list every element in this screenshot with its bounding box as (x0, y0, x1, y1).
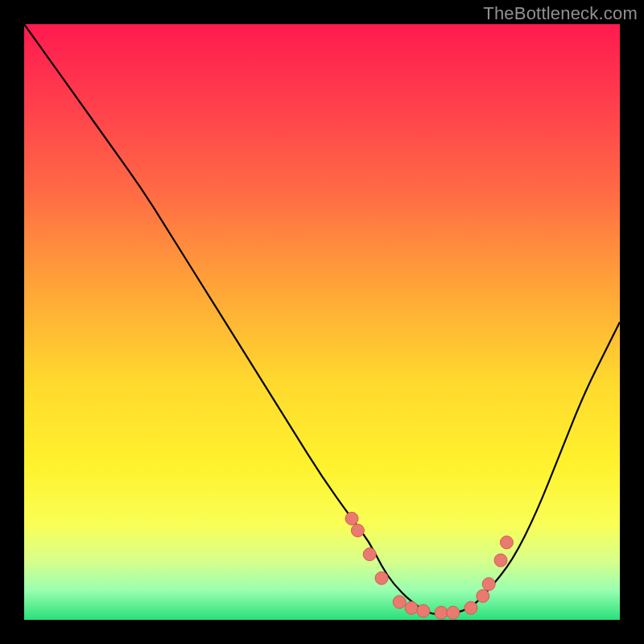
plot-area (24, 24, 620, 620)
data-marker (500, 536, 513, 549)
data-marker (417, 605, 430, 617)
bottleneck-curve (24, 24, 620, 614)
data-marker (351, 524, 364, 537)
chart-stage: TheBottleneck.com (0, 0, 644, 644)
data-marker (435, 606, 448, 619)
data-marker (393, 596, 406, 609)
marker-group (345, 512, 513, 619)
chart-svg (24, 24, 620, 620)
watermark-text: TheBottleneck.com (483, 3, 638, 24)
data-marker (345, 512, 358, 525)
data-marker (482, 578, 495, 591)
data-marker (447, 606, 460, 619)
data-marker (464, 601, 477, 614)
data-marker (375, 572, 388, 584)
data-marker (477, 589, 489, 602)
data-marker (363, 548, 376, 561)
data-marker (494, 554, 507, 567)
data-marker (405, 601, 418, 614)
